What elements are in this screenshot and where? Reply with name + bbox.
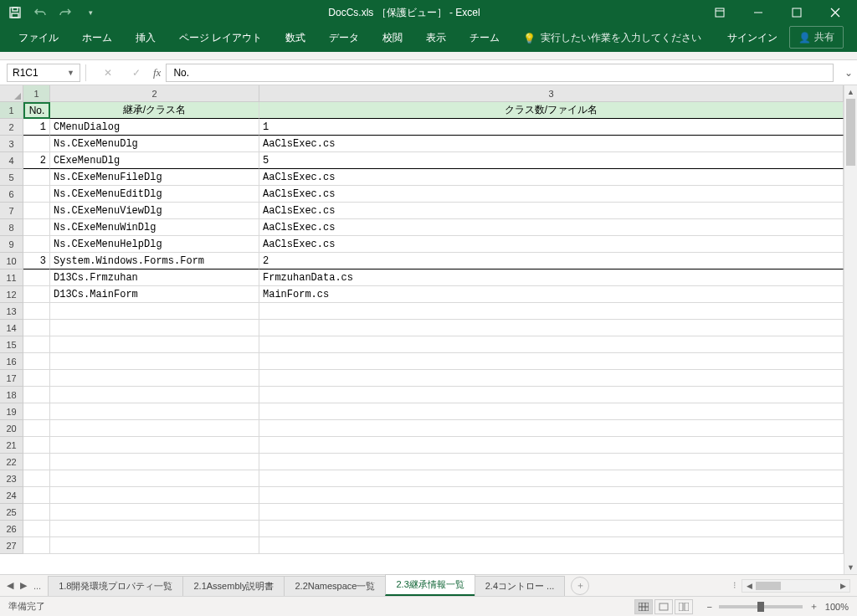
share-button[interactable]: 👤 共有	[789, 26, 844, 49]
cell[interactable]	[50, 487, 259, 504]
cell[interactable]	[259, 336, 844, 353]
row-header[interactable]: 21	[0, 437, 23, 454]
page-break-view-button[interactable]	[675, 599, 693, 614]
cell[interactable]	[23, 320, 50, 336]
cell[interactable]	[50, 537, 259, 554]
cell[interactable]: Ns.CExeMenuWinDlg	[50, 219, 259, 236]
row-header[interactable]: 11	[0, 270, 23, 286]
cell[interactable]	[23, 420, 50, 437]
cell[interactable]	[23, 470, 50, 487]
cell[interactable]: AaClsExec.cs	[259, 203, 844, 219]
row-header[interactable]: 26	[0, 521, 23, 537]
sign-in-link[interactable]: サインイン	[716, 24, 789, 52]
formula-input[interactable]: No.	[166, 64, 834, 82]
cell[interactable]: AaClsExec.cs	[259, 219, 844, 236]
cell[interactable]	[50, 303, 259, 320]
row-header[interactable]: 27	[0, 537, 23, 554]
cell[interactable]	[50, 403, 259, 420]
cell[interactable]: 2	[259, 253, 844, 270]
ribbon-tab[interactable]: 数式	[274, 24, 317, 52]
cell[interactable]	[23, 504, 50, 521]
ribbon-tab[interactable]: データ	[317, 24, 371, 52]
cell[interactable]: AaClsExec.cs	[259, 186, 844, 203]
ribbon-tab[interactable]: ホーム	[70, 24, 124, 52]
row-header[interactable]: 6	[0, 186, 23, 203]
worksheet-grid[interactable]: 1231No.継承/クラス名クラス数/ファイル名21CMenuDialog13N…	[0, 85, 857, 574]
cell[interactable]: D13Cs.Frmzuhan	[50, 270, 259, 286]
cell[interactable]: CMenuDialog	[50, 119, 259, 136]
cell[interactable]	[50, 387, 259, 403]
cell[interactable]: Ns.CExeMenuEditDlg	[50, 186, 259, 203]
cell[interactable]	[23, 403, 50, 420]
page-layout-view-button[interactable]	[654, 599, 673, 614]
row-header[interactable]: 19	[0, 403, 23, 420]
undo-icon[interactable]	[33, 6, 47, 19]
expand-formula-icon[interactable]: ⌄	[840, 67, 857, 79]
cell[interactable]	[259, 470, 844, 487]
cell[interactable]	[23, 136, 50, 152]
cell[interactable]: 2	[23, 152, 50, 169]
cell[interactable]	[50, 454, 259, 470]
sheet-tab[interactable]: 1.8開発環境プロパティ一覧	[48, 576, 183, 596]
sheet-tab[interactable]: 2.4コントロー ...	[475, 576, 566, 596]
ribbon-display-icon[interactable]	[703, 0, 736, 25]
enter-formula-icon[interactable]: ✓	[125, 64, 148, 82]
cell[interactable]	[50, 521, 259, 537]
cell[interactable]	[50, 420, 259, 437]
cell[interactable]	[50, 470, 259, 487]
chevron-down-icon[interactable]: ▼	[67, 69, 74, 77]
cell[interactable]	[50, 353, 259, 370]
zoom-slider[interactable]	[719, 605, 803, 608]
ribbon-tab[interactable]: 表示	[414, 24, 458, 52]
zoom-out-button[interactable]: −	[706, 602, 711, 612]
cell[interactable]: Ns.CExeMenuDlg	[50, 136, 259, 152]
cell[interactable]	[23, 521, 50, 537]
normal-view-button[interactable]	[634, 599, 653, 614]
cell[interactable]: Ns.CExeMenuFileDlg	[50, 169, 259, 186]
cell[interactable]	[23, 336, 50, 353]
cell[interactable]: CExeMenuDlg	[50, 152, 259, 169]
cell[interactable]	[23, 454, 50, 470]
row-header[interactable]: 7	[0, 203, 23, 219]
cell[interactable]	[50, 437, 259, 454]
row-header[interactable]: 4	[0, 152, 23, 169]
row-header[interactable]: 24	[0, 487, 23, 504]
cell[interactable]	[259, 303, 844, 320]
sheet-prev-icon[interactable]: ◀	[7, 580, 13, 591]
cell[interactable]	[50, 320, 259, 336]
cell[interactable]	[259, 403, 844, 420]
row-header[interactable]: 17	[0, 370, 23, 387]
cell[interactable]	[23, 286, 50, 303]
scroll-up-icon[interactable]: ▲	[844, 85, 857, 99]
horizontal-scrollbar[interactable]: ◀ ▶	[742, 579, 850, 593]
cell[interactable]	[259, 437, 844, 454]
column-header[interactable]: 2	[50, 85, 259, 102]
maximize-button[interactable]	[780, 0, 813, 25]
ribbon-tab[interactable]: 校閲	[371, 24, 414, 52]
cell[interactable]	[50, 336, 259, 353]
cell[interactable]	[23, 169, 50, 186]
row-header[interactable]: 12	[0, 286, 23, 303]
ribbon-tab[interactable]: ページ レイアウト	[167, 24, 274, 52]
cell[interactable]: AaClsExec.cs	[259, 169, 844, 186]
ribbon-tab[interactable]: チーム	[458, 24, 511, 52]
cell[interactable]: MainForm.cs	[259, 286, 844, 303]
cell[interactable]	[23, 236, 50, 253]
cell[interactable]	[23, 387, 50, 403]
cell[interactable]: 5	[259, 152, 844, 169]
cell[interactable]	[259, 387, 844, 403]
row-header[interactable]: 8	[0, 219, 23, 236]
add-sheet-button[interactable]: ＋	[571, 577, 589, 595]
zoom-in-button[interactable]: ＋	[809, 600, 819, 613]
sheet-tab[interactable]: 2.1Assembly説明書	[182, 576, 285, 596]
cell[interactable]	[259, 454, 844, 470]
scroll-right-icon[interactable]: ▶	[836, 580, 849, 592]
cell[interactable]	[259, 504, 844, 521]
cell[interactable]	[23, 203, 50, 219]
cancel-formula-icon[interactable]: ✕	[96, 64, 120, 82]
scroll-down-icon[interactable]: ▼	[844, 561, 857, 574]
save-icon[interactable]	[8, 6, 22, 19]
row-header[interactable]: 13	[0, 303, 23, 320]
column-header[interactable]: 1	[23, 85, 50, 102]
row-header[interactable]: 22	[0, 454, 23, 470]
